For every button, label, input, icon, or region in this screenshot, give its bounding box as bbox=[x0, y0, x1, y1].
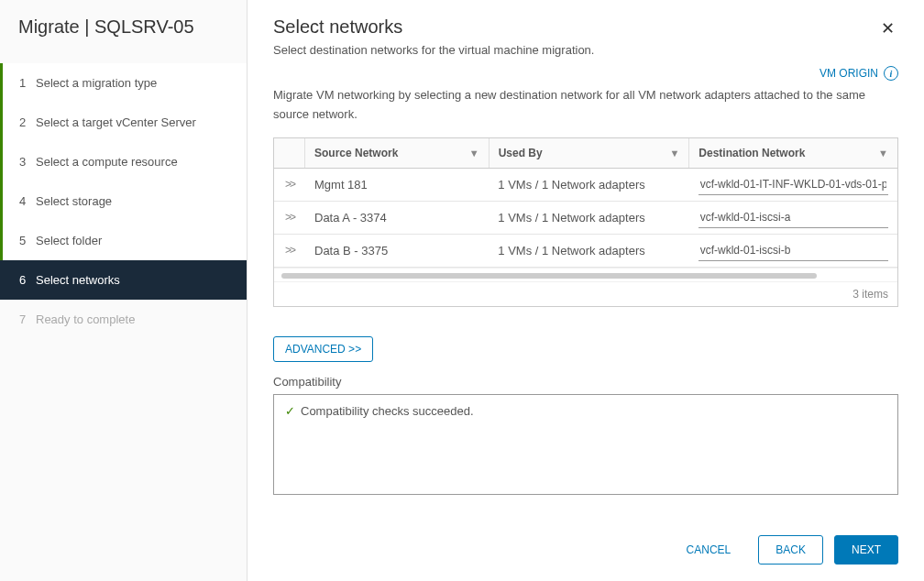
page-description: Migrate VM networking by selecting a new… bbox=[273, 86, 898, 125]
col-dest[interactable]: Destination Network ▼ bbox=[689, 138, 897, 168]
step-number: 4 bbox=[19, 194, 36, 208]
cancel-button[interactable]: CANCEL bbox=[670, 535, 748, 565]
wizard-steps: 1 Select a migration type 2 Select a tar… bbox=[0, 63, 247, 339]
col-source[interactable]: Source Network ▼ bbox=[305, 138, 490, 168]
step-label: Select a compute resource bbox=[36, 155, 230, 169]
wizard-step-compute-resource[interactable]: 3 Select a compute resource bbox=[0, 142, 247, 181]
cell-dest bbox=[689, 202, 897, 234]
col-usedby[interactable]: Used By ▼ bbox=[490, 138, 690, 168]
next-button[interactable]: NEXT bbox=[834, 535, 898, 565]
expand-row-icon[interactable]: >> bbox=[274, 169, 305, 200]
destination-network-input[interactable] bbox=[698, 240, 888, 261]
col-expand bbox=[274, 138, 305, 168]
cell-source: Mgmt 181 bbox=[305, 169, 489, 201]
advanced-button[interactable]: ADVANCED >> bbox=[273, 336, 373, 362]
step-number: 1 bbox=[19, 76, 36, 90]
step-number: 3 bbox=[19, 155, 36, 169]
wizard-step-target-vcenter[interactable]: 2 Select a target vCenter Server bbox=[0, 103, 247, 142]
wizard-step-networks[interactable]: 6 Select networks bbox=[0, 260, 247, 300]
wizard-step-migration-type[interactable]: 1 Select a migration type bbox=[0, 63, 247, 103]
expand-row-icon[interactable]: >> bbox=[274, 235, 305, 266]
compatibility-label: Compatibility bbox=[273, 375, 898, 389]
check-icon: ✓ bbox=[285, 404, 295, 418]
cell-usedby: 1 VMs / 1 Network adapters bbox=[489, 235, 688, 267]
expand-row-icon[interactable]: >> bbox=[274, 202, 305, 233]
page-subtitle: Select destination networks for the virt… bbox=[273, 43, 898, 57]
step-label: Select folder bbox=[36, 234, 230, 247]
close-icon[interactable]: ✕ bbox=[877, 16, 898, 40]
wizard-step-ready: 7 Ready to complete bbox=[0, 300, 247, 339]
scrollbar-thumb[interactable] bbox=[281, 273, 817, 279]
main-panel: Select networks ✕ Select destination net… bbox=[248, 0, 924, 581]
horizontal-scrollbar[interactable] bbox=[274, 268, 897, 282]
footer-buttons: CANCEL BACK NEXT bbox=[273, 517, 898, 565]
wizard-step-folder[interactable]: 5 Select folder bbox=[0, 221, 247, 260]
wizard-sidebar: Migrate | SQLSRV-05 1 Select a migration… bbox=[0, 0, 248, 581]
cell-dest bbox=[689, 169, 897, 201]
info-icon: i bbox=[884, 66, 898, 81]
step-number: 5 bbox=[19, 234, 36, 247]
back-button[interactable]: BACK bbox=[758, 535, 823, 565]
cell-dest bbox=[689, 235, 897, 267]
migrate-wizard-dialog: Migrate | SQLSRV-05 1 Select a migration… bbox=[0, 0, 924, 581]
vm-origin-label: VM ORIGIN bbox=[820, 67, 878, 80]
table-row: >> Data A - 3374 1 VMs / 1 Network adapt… bbox=[274, 202, 897, 235]
destination-network-input[interactable] bbox=[698, 174, 888, 195]
col-source-label: Source Network bbox=[314, 147, 398, 159]
table-header: Source Network ▼ Used By ▼ Destination N… bbox=[274, 138, 897, 169]
step-label: Select storage bbox=[36, 194, 230, 208]
vm-origin-link[interactable]: VM ORIGIN i bbox=[273, 66, 898, 81]
step-number: 6 bbox=[19, 273, 36, 287]
step-label: Select networks bbox=[36, 273, 230, 287]
compatibility-message: Compatibility checks succeeded. bbox=[301, 404, 474, 418]
table-footer: 3 items bbox=[274, 282, 897, 306]
network-table: Source Network ▼ Used By ▼ Destination N… bbox=[273, 137, 898, 307]
filter-icon[interactable]: ▼ bbox=[469, 148, 479, 159]
step-label: Select a migration type bbox=[36, 76, 230, 90]
wizard-step-storage[interactable]: 4 Select storage bbox=[0, 181, 247, 221]
col-dest-label: Destination Network bbox=[698, 147, 805, 159]
step-number: 7 bbox=[19, 312, 36, 326]
compatibility-box: ✓Compatibility checks succeeded. bbox=[273, 394, 898, 495]
page-title: Select networks bbox=[273, 16, 402, 38]
destination-network-input[interactable] bbox=[698, 207, 888, 228]
col-usedby-label: Used By bbox=[499, 147, 543, 159]
step-label: Ready to complete bbox=[36, 312, 230, 326]
main-header: Select networks ✕ bbox=[273, 16, 898, 43]
dialog-title: Migrate | SQLSRV-05 bbox=[0, 0, 247, 56]
filter-icon[interactable]: ▼ bbox=[878, 148, 888, 159]
cell-usedby: 1 VMs / 1 Network adapters bbox=[489, 169, 688, 201]
cell-source: Data A - 3374 bbox=[305, 202, 489, 234]
step-number: 2 bbox=[19, 115, 36, 129]
table-row: >> Mgmt 181 1 VMs / 1 Network adapters bbox=[274, 169, 897, 202]
filter-icon[interactable]: ▼ bbox=[669, 148, 679, 159]
table-row: >> Data B - 3375 1 VMs / 1 Network adapt… bbox=[274, 235, 897, 268]
step-label: Select a target vCenter Server bbox=[36, 115, 230, 129]
cell-source: Data B - 3375 bbox=[305, 235, 489, 267]
cell-usedby: 1 VMs / 1 Network adapters bbox=[489, 202, 688, 234]
